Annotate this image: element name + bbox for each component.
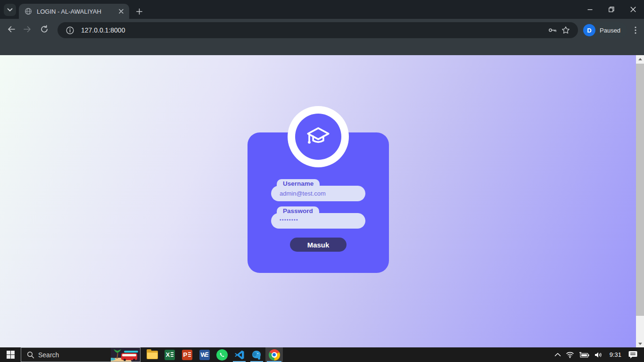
browser-titlebar: LOGIN - AL-AWALIYAH [0, 0, 644, 19]
restore-button[interactable] [601, 0, 622, 19]
sync-status-text: Paused [600, 27, 620, 34]
taskbar-whatsapp[interactable] [213, 347, 231, 362]
password-field: Password •••••••• [271, 213, 365, 229]
back-button[interactable] [5, 23, 18, 36]
password-input[interactable]: •••••••• [271, 213, 365, 229]
scroll-up-arrow[interactable] [636, 55, 644, 63]
logo-ring [288, 106, 349, 167]
volume-icon[interactable] [592, 347, 605, 362]
taskbar-database-elephant[interactable] [248, 347, 265, 362]
browser-tab[interactable]: LOGIN - AL-AWALIYAH [19, 4, 129, 19]
chrome-icon [269, 349, 280, 361]
taskbar-chrome[interactable] [265, 347, 283, 362]
tab-title: LOGIN - AL-AWALIYAH [37, 8, 117, 15]
window-controls [579, 0, 644, 19]
globe-favicon-icon [25, 8, 32, 15]
profile-avatar: D [583, 24, 595, 36]
page-scrollbar [636, 55, 644, 347]
reload-button[interactable] [38, 23, 51, 36]
scrollbar-thumb[interactable] [636, 64, 644, 316]
tray-chevron-up-icon[interactable] [552, 347, 563, 362]
password-manager-key-icon[interactable] [546, 24, 559, 37]
login-card: Username admin@test.com Password •••••••… [248, 132, 389, 273]
tab-close-icon[interactable] [117, 7, 125, 16]
password-value: •••••••• [280, 217, 298, 222]
vscode-icon [234, 349, 245, 361]
windows-logo-icon [7, 351, 15, 359]
close-window-button[interactable] [622, 0, 644, 19]
graduation-cap-icon [295, 114, 341, 160]
username-input[interactable]: admin@test.com [271, 186, 365, 201]
taskbar-app-row: X P W [143, 347, 283, 362]
minimize-button[interactable] [579, 0, 601, 19]
screen: LOGIN - AL-AWALIYAH [0, 0, 644, 362]
word-icon: W [199, 350, 210, 360]
excel-icon: X [165, 350, 175, 360]
username-value: admin@test.com [280, 190, 326, 197]
powerpoint-icon: P [182, 350, 192, 360]
page-content: Username admin@test.com Password •••••••… [0, 55, 636, 347]
new-tab-button[interactable] [133, 5, 145, 17]
username-field: Username admin@test.com [271, 186, 365, 201]
bookmarks-bar [0, 40, 644, 55]
whatsapp-icon [216, 349, 228, 361]
elephant-app-icon [251, 349, 263, 361]
taskbar-powerpoint[interactable]: P [178, 347, 196, 362]
profile-chip[interactable]: D Paused [581, 22, 627, 38]
chevron-down-icon [7, 8, 13, 12]
taskbar-vscode[interactable] [231, 347, 248, 362]
battery-charging-icon[interactable] [577, 347, 592, 362]
url-text[interactable]: 127.0.0.1:8000 [81, 26, 546, 34]
wifi-icon[interactable] [563, 347, 577, 362]
bookmark-star-icon[interactable] [559, 24, 572, 37]
address-bar[interactable]: 127.0.0.1:8000 [58, 22, 578, 38]
site-info-icon[interactable] [63, 24, 76, 37]
clock[interactable]: 9:31 [605, 347, 626, 362]
taskbar-excel[interactable]: X [161, 347, 178, 362]
search-placeholder: Search [38, 351, 59, 359]
browser-menu-button[interactable] [629, 24, 642, 37]
search-highlights-beach-icon[interactable] [111, 348, 140, 362]
forward-button[interactable] [21, 23, 34, 36]
scroll-down-arrow[interactable] [636, 340, 644, 347]
file-explorer-icon [147, 351, 158, 359]
taskbar-word[interactable]: W [196, 347, 213, 362]
taskbar: Search X P [0, 347, 644, 362]
login-submit-button[interactable]: Masuk [290, 238, 347, 252]
tab-search-button[interactable] [4, 4, 16, 16]
system-tray: 9:31 [552, 347, 644, 362]
search-icon [21, 351, 34, 359]
action-center-icon[interactable] [626, 347, 644, 362]
taskbar-file-explorer[interactable] [143, 347, 161, 362]
start-button[interactable] [0, 347, 21, 362]
taskbar-search-box[interactable]: Search [21, 347, 140, 362]
